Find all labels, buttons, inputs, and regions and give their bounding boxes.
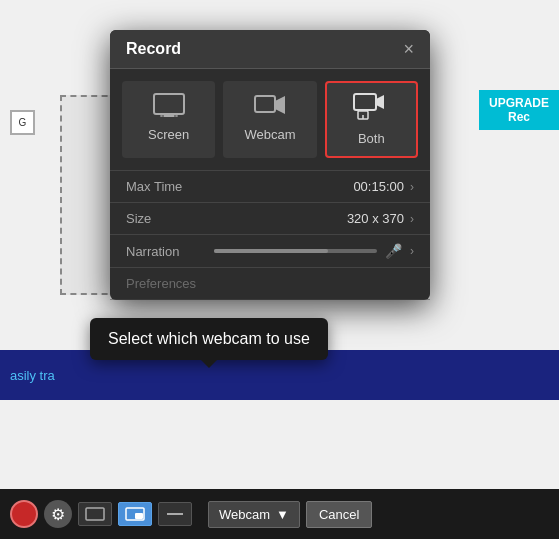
size-value: 320 x 370 — [347, 211, 404, 226]
webcam-type-button[interactable]: Webcam — [223, 81, 316, 158]
svg-rect-11 — [135, 513, 143, 519]
narration-slider[interactable] — [214, 249, 377, 253]
svg-rect-12 — [167, 513, 183, 515]
screen-icon — [153, 93, 185, 121]
cancel-button[interactable]: Cancel — [306, 501, 372, 528]
size-label: Size — [126, 211, 151, 226]
webcam-dropdown[interactable]: Webcam ▼ — [208, 501, 300, 528]
modal-close-button[interactable]: × — [403, 40, 414, 58]
modal-header: Record × — [110, 30, 430, 69]
tooltip-text: Select which webcam to use — [108, 330, 310, 347]
modal-title: Record — [126, 40, 181, 58]
narration-chevron-icon[interactable]: › — [410, 244, 414, 258]
record-type-selector: Screen Webcam Both — [110, 69, 430, 171]
screen-type-button[interactable]: Screen — [122, 81, 215, 158]
settings-icon-button[interactable]: ⚙ — [44, 500, 72, 528]
svg-marker-4 — [275, 96, 285, 114]
both-type-label: Both — [358, 131, 385, 146]
svg-rect-9 — [86, 508, 104, 520]
svg-marker-6 — [376, 95, 384, 109]
size-value-group: 320 x 370 › — [347, 211, 414, 226]
webcam-icon — [254, 93, 286, 121]
narration-slider-fill — [214, 249, 328, 253]
mic-icon: 🎤 — [385, 243, 402, 259]
both-icon — [353, 93, 389, 125]
max-time-value-group: 00:15:00 › — [353, 179, 414, 194]
size-chevron-icon[interactable]: › — [410, 212, 414, 226]
max-time-label: Max Time — [126, 179, 182, 194]
narration-label: Narration — [126, 244, 206, 259]
webcam-type-label: Webcam — [244, 127, 295, 142]
record-indicator — [10, 500, 38, 528]
translate-icon: G — [10, 110, 35, 135]
svg-rect-0 — [154, 94, 184, 114]
screen-view-button[interactable] — [78, 502, 112, 526]
screen-type-label: Screen — [148, 127, 189, 142]
record-modal: Record × Screen Webcam — [110, 30, 430, 300]
max-time-row: Max Time 00:15:00 › — [110, 171, 430, 203]
max-time-chevron-icon[interactable]: › — [410, 180, 414, 194]
dropdown-arrow-icon: ▼ — [276, 507, 289, 522]
svg-rect-5 — [354, 94, 376, 110]
settings-section: Max Time 00:15:00 › Size 320 x 370 › Nar… — [110, 171, 430, 300]
preferences-label: Preferences — [126, 276, 196, 291]
svg-rect-3 — [255, 96, 275, 112]
pip-view-button[interactable] — [118, 502, 152, 526]
both-type-button[interactable]: Both — [325, 81, 418, 158]
preferences-row[interactable]: Preferences — [110, 268, 430, 300]
minimize-button[interactable] — [158, 502, 192, 526]
bottom-toolbar: ⚙ Webcam ▼ Cancel — [0, 489, 559, 539]
max-time-value: 00:15:00 — [353, 179, 404, 194]
webcam-dropdown-label: Webcam — [219, 507, 270, 522]
upgrade-button[interactable]: UPGRADE Rec — [479, 90, 559, 130]
size-row: Size 320 x 370 › — [110, 203, 430, 235]
narration-row: Narration 🎤 › — [110, 235, 430, 268]
webcam-tooltip: Select which webcam to use — [90, 318, 328, 360]
